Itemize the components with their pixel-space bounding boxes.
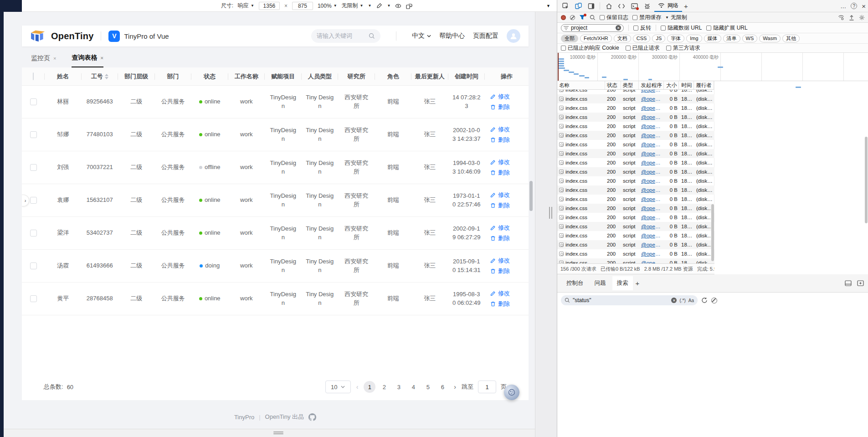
network-request-row[interactable]: index.css 200 script @opentiny vi 0 B 18… [557, 204, 714, 213]
network-request-row[interactable]: index.css 200 script @opentiny vi 0 B 18… [557, 213, 714, 222]
select-all-checkbox[interactable] [33, 72, 34, 80]
device-toolbar-menu-icon[interactable]: ▼ [546, 4, 550, 8]
device-emulation-icon[interactable] [573, 1, 584, 11]
type-pill[interactable]: 文档 [614, 35, 631, 42]
page-tab[interactable]: 监控页 × [31, 54, 56, 67]
request-initiator-link[interactable]: @opentiny vi [639, 113, 664, 122]
delete-button[interactable]: 删除 [490, 136, 529, 144]
request-initiator-link[interactable]: @opentiny vi [639, 249, 664, 258]
row-checkbox[interactable] [30, 98, 37, 105]
request-initiator-link[interactable]: @opentiny vi [639, 158, 664, 167]
page-number-button[interactable]: 1 [364, 381, 375, 393]
clear-results-icon[interactable] [711, 298, 717, 303]
page-scrollbar-thumb[interactable] [529, 181, 533, 211]
type-pill[interactable]: 其他 [782, 35, 800, 42]
page-number-button[interactable]: 6 [437, 381, 448, 393]
type-pill[interactable]: Img [686, 35, 702, 42]
clear-search-icon[interactable]: ✕ [671, 298, 677, 303]
network-request-row[interactable]: index.css 200 script @opentiny vi 0 B 18… [557, 222, 714, 231]
regex-toggle[interactable]: (.*) [679, 298, 685, 303]
network-request-row[interactable]: index.css 200 script @opentiny vi 0 B 18… [557, 158, 714, 167]
refresh-search-icon[interactable] [701, 297, 708, 303]
help-icon[interactable]: ? [851, 3, 857, 9]
network-request-row[interactable]: index.css 200 script @opentiny vi 0 B 18… [557, 113, 714, 122]
chevron-down-icon[interactable]: ▼ [368, 4, 371, 8]
request-initiator-link[interactable]: @opentiny vi [639, 222, 664, 231]
type-pill[interactable]: 全部 [561, 35, 578, 42]
network-settings-gear-icon[interactable] [859, 15, 865, 21]
request-initiator-link[interactable]: @opentiny vi [639, 240, 664, 249]
type-pill[interactable]: 清单 [723, 35, 740, 42]
col-initiator[interactable]: 发起程序 [639, 81, 664, 89]
type-pill[interactable]: 字体 [667, 35, 684, 42]
type-pill[interactable]: Wasm [759, 35, 781, 42]
add-drawer-tab-icon[interactable]: + [636, 279, 640, 287]
hide-data-url-checkbox[interactable]: 隐藏数据 URL [661, 24, 702, 32]
avatar[interactable] [507, 29, 520, 43]
match-case-toggle[interactable]: Aa [688, 298, 694, 303]
col-dept-level[interactable]: 部门层级 [118, 73, 155, 80]
prev-page-button[interactable]: ‹ [355, 383, 360, 391]
request-initiator-link[interactable]: @opentiny vi [639, 103, 664, 113]
col-name[interactable]: 姓名 [45, 73, 82, 80]
request-initiator-link[interactable]: @opentiny vi [639, 94, 664, 103]
col-job[interactable]: 工作名称 [228, 73, 265, 80]
page-number-button[interactable]: 2 [378, 381, 390, 393]
page-number-button[interactable]: 5 [422, 381, 434, 393]
type-pill[interactable]: Fetch/XHR [580, 35, 612, 42]
disable-cache-checkbox[interactable]: 禁用缓存 [632, 14, 661, 21]
edit-button[interactable]: 修改 [490, 93, 529, 101]
network-request-row[interactable]: index.css 200 script @opentiny vi 0 B 18… [557, 131, 714, 140]
invert-checkbox[interactable]: 反转 [633, 24, 651, 32]
edit-button[interactable]: 修改 [490, 257, 529, 265]
request-initiator-link[interactable]: @opentiny vi [639, 213, 664, 222]
page-config-link[interactable]: 页面配置 [473, 32, 498, 40]
delete-button[interactable]: 删除 [490, 201, 529, 210]
row-checkbox[interactable] [30, 197, 37, 204]
col-time[interactable]: 时间 [679, 81, 694, 89]
page-size-select[interactable]: 10 [325, 380, 351, 393]
help-center-link[interactable]: 帮助中心 [439, 32, 465, 40]
drawer-tab[interactable]: 控制台 [562, 276, 588, 290]
device-mode-select[interactable]: 响应▼ [238, 2, 254, 10]
clear-filter-icon[interactable]: ✕ [616, 25, 621, 31]
col-fulfilled-by[interactable]: 履行者 [694, 81, 714, 89]
col-status[interactable]: 状态 [191, 73, 228, 80]
edit-button[interactable]: 修改 [490, 289, 529, 298]
drawer-tab[interactable]: 问题 [590, 276, 611, 290]
col-institute[interactable]: 研究所 [338, 73, 375, 80]
device-height-input[interactable] [292, 2, 313, 10]
network-conditions-icon[interactable] [838, 15, 844, 20]
brand[interactable]: OpenTiny [30, 29, 93, 43]
page-number-button[interactable]: 4 [407, 381, 419, 393]
sources-tab-icon[interactable] [616, 1, 627, 11]
gutter-drag-handle[interactable] [549, 207, 552, 219]
type-pill[interactable]: CSS [633, 35, 651, 42]
eye-icon[interactable] [395, 3, 401, 9]
console-tab-icon[interactable] [629, 1, 640, 11]
rotate-device-icon[interactable] [406, 3, 412, 9]
request-initiator-link[interactable]: @opentiny vi [639, 90, 664, 94]
blocked-requests-checkbox[interactable]: 已阻止请求 [626, 44, 660, 52]
grid-scrollbar-thumb[interactable] [711, 204, 714, 261]
col-person-type[interactable]: 人员类型 [302, 73, 339, 80]
request-initiator-link[interactable]: @opentiny vi [639, 204, 664, 213]
row-checkbox[interactable] [30, 295, 37, 302]
edit-button[interactable]: 修改 [490, 224, 529, 232]
col-size[interactable]: 大小 [664, 81, 679, 89]
blocked-cookies-checkbox[interactable]: 已阻止的响应 Cookie [561, 44, 619, 52]
request-initiator-link[interactable]: @opentiny vi [639, 185, 664, 195]
col-role[interactable]: 角色 [375, 73, 412, 80]
dock-side-icon[interactable] [586, 1, 596, 11]
hide-extension-url-checkbox[interactable]: 隐藏扩展 URL [706, 24, 747, 32]
throttling-select[interactable]: ▼无限制 [665, 14, 687, 21]
col-created-time[interactable]: 创建时间 [448, 73, 485, 80]
jump-page-input[interactable] [478, 380, 496, 393]
network-request-row[interactable]: index.css 200 script @opentiny vi 0 B 18… [557, 249, 714, 258]
col-type[interactable]: 类型 [621, 81, 639, 89]
edit-button[interactable]: 修改 [490, 158, 529, 167]
edit-button[interactable]: 修改 [490, 191, 529, 200]
import-har-icon[interactable] [849, 15, 854, 21]
network-request-row[interactable]: index.css 200 script @opentiny vi 0 B 18… [557, 240, 714, 249]
request-initiator-link[interactable]: @opentiny vi [639, 231, 664, 240]
